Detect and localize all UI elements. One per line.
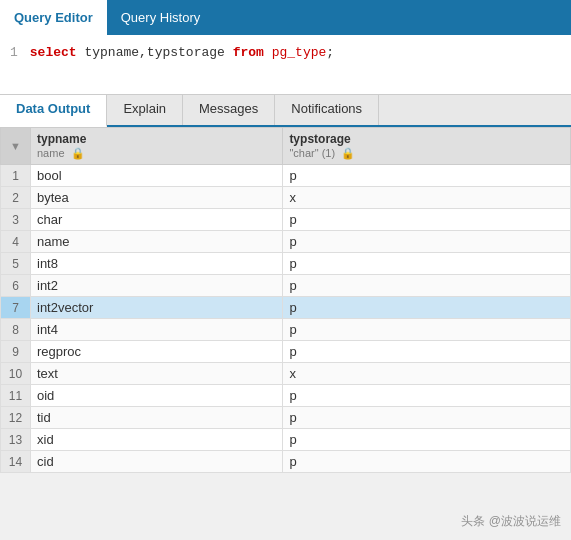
row-number-cell: 9 bbox=[1, 341, 31, 363]
tab-notifications[interactable]: Notifications bbox=[275, 95, 379, 125]
table-row[interactable]: 2byteax bbox=[1, 187, 571, 209]
table-row[interactable]: 8int4p bbox=[1, 319, 571, 341]
row-number-cell: 6 bbox=[1, 275, 31, 297]
row-number-cell: 11 bbox=[1, 385, 31, 407]
cell-typstorage: p bbox=[283, 297, 571, 319]
row-number-cell: 7 bbox=[1, 297, 31, 319]
line-number: 1 bbox=[10, 45, 18, 60]
cell-typname: int2vector bbox=[31, 297, 283, 319]
results-table: ▼ typname name 🔒 typstorage "char" (1) 🔒… bbox=[0, 127, 571, 473]
cell-typname: text bbox=[31, 363, 283, 385]
cell-typstorage: p bbox=[283, 385, 571, 407]
cell-typname: xid bbox=[31, 429, 283, 451]
tab-query-editor[interactable]: Query Editor bbox=[0, 0, 107, 35]
cell-typname: cid bbox=[31, 451, 283, 473]
query-editor-area: 1select typname,typstorage from pg_type; bbox=[0, 35, 571, 95]
row-number-cell: 12 bbox=[1, 407, 31, 429]
table-row[interactable]: 1boolp bbox=[1, 165, 571, 187]
row-number-cell: 3 bbox=[1, 209, 31, 231]
row-number-cell: 4 bbox=[1, 231, 31, 253]
table-row[interactable]: 3charp bbox=[1, 209, 571, 231]
row-number-cell: 10 bbox=[1, 363, 31, 385]
table-row[interactable]: 7int2vectorp bbox=[1, 297, 571, 319]
row-num-header: ▼ bbox=[1, 128, 31, 165]
table-row[interactable]: 11oidp bbox=[1, 385, 571, 407]
table-row[interactable]: 14cidp bbox=[1, 451, 571, 473]
cell-typname: tid bbox=[31, 407, 283, 429]
table-row[interactable]: 6int2p bbox=[1, 275, 571, 297]
cell-typname: bytea bbox=[31, 187, 283, 209]
table-row[interactable]: 5int8p bbox=[1, 253, 571, 275]
cell-typname: int2 bbox=[31, 275, 283, 297]
row-number-cell: 14 bbox=[1, 451, 31, 473]
cell-typstorage: x bbox=[283, 187, 571, 209]
col-header-typstorage[interactable]: typstorage "char" (1) 🔒 bbox=[283, 128, 571, 165]
table-row[interactable]: 4namep bbox=[1, 231, 571, 253]
cell-typstorage: x bbox=[283, 363, 571, 385]
table-row[interactable]: 13xidp bbox=[1, 429, 571, 451]
lock-icon-typstorage: 🔒 bbox=[341, 147, 355, 159]
result-tabs-bar: Data Output Explain Messages Notificatio… bbox=[0, 95, 571, 127]
tab-data-output[interactable]: Data Output bbox=[0, 95, 107, 127]
tab-messages[interactable]: Messages bbox=[183, 95, 275, 125]
cell-typstorage: p bbox=[283, 231, 571, 253]
cell-typname: int4 bbox=[31, 319, 283, 341]
data-table-container: ▼ typname name 🔒 typstorage "char" (1) 🔒… bbox=[0, 127, 571, 473]
cell-typstorage: p bbox=[283, 165, 571, 187]
row-number-cell: 5 bbox=[1, 253, 31, 275]
cell-typstorage: p bbox=[283, 341, 571, 363]
cell-typstorage: p bbox=[283, 407, 571, 429]
table-row[interactable]: 9regprocp bbox=[1, 341, 571, 363]
table-row[interactable]: 12tidp bbox=[1, 407, 571, 429]
cell-typstorage: p bbox=[283, 429, 571, 451]
tab-query-history[interactable]: Query History bbox=[107, 0, 214, 35]
row-number-cell: 1 bbox=[1, 165, 31, 187]
cell-typname: int8 bbox=[31, 253, 283, 275]
lock-icon-typname: 🔒 bbox=[71, 147, 85, 159]
row-number-cell: 8 bbox=[1, 319, 31, 341]
cell-typname: name bbox=[31, 231, 283, 253]
cell-typname: oid bbox=[31, 385, 283, 407]
col-header-typname[interactable]: typname name 🔒 bbox=[31, 128, 283, 165]
cell-typstorage: p bbox=[283, 319, 571, 341]
cell-typname: bool bbox=[31, 165, 283, 187]
cell-typstorage: p bbox=[283, 451, 571, 473]
tab-explain[interactable]: Explain bbox=[107, 95, 183, 125]
query-typname: typname bbox=[84, 45, 139, 60]
row-number-cell: 2 bbox=[1, 187, 31, 209]
query-typstorage: typstorage bbox=[147, 45, 225, 60]
query-table: pg_type bbox=[272, 45, 327, 60]
row-number-cell: 13 bbox=[1, 429, 31, 451]
cell-typname: regproc bbox=[31, 341, 283, 363]
cell-typstorage: p bbox=[283, 275, 571, 297]
cell-typstorage: p bbox=[283, 253, 571, 275]
top-tabs-bar: Query Editor Query History bbox=[0, 0, 571, 35]
table-row[interactable]: 10textx bbox=[1, 363, 571, 385]
cell-typstorage: p bbox=[283, 209, 571, 231]
cell-typname: char bbox=[31, 209, 283, 231]
